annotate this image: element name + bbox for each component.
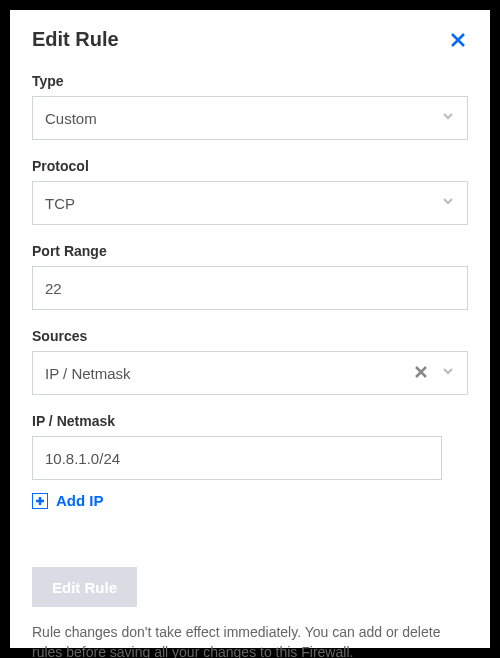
edit-rule-button[interactable]: Edit Rule [32,567,137,607]
type-label: Type [32,73,468,89]
add-ip-label: Add IP [56,492,104,509]
clear-icon[interactable] [415,364,427,382]
modal-header: Edit Rule [32,28,468,51]
field-port-range: Port Range [32,243,468,310]
protocol-label: Protocol [32,158,468,174]
field-protocol: Protocol TCP [32,158,468,225]
modal-title: Edit Rule [32,28,119,51]
ip-netmask-input[interactable] [32,436,442,480]
protocol-value: TCP [45,195,441,212]
chevron-down-icon [441,364,455,382]
type-value: Custom [45,110,441,127]
plus-icon [32,493,48,509]
edit-rule-modal: Edit Rule Type Custom Protocol TCP Port … [10,10,490,648]
close-icon[interactable] [448,30,468,50]
add-ip-button[interactable]: Add IP [32,492,468,509]
sources-value: IP / Netmask [45,365,415,382]
footer-text: Rule changes don't take effect immediate… [32,623,468,658]
field-sources: Sources IP / Netmask [32,328,468,395]
port-range-label: Port Range [32,243,468,259]
field-ip-netmask: IP / Netmask Add IP [32,413,468,509]
sources-label: Sources [32,328,468,344]
type-select[interactable]: Custom [32,96,468,140]
ip-netmask-label: IP / Netmask [32,413,468,429]
sources-select[interactable]: IP / Netmask [32,351,468,395]
chevron-down-icon [441,194,455,212]
port-range-input[interactable] [32,266,468,310]
chevron-down-icon [441,109,455,127]
protocol-select[interactable]: TCP [32,181,468,225]
field-type: Type Custom [32,73,468,140]
